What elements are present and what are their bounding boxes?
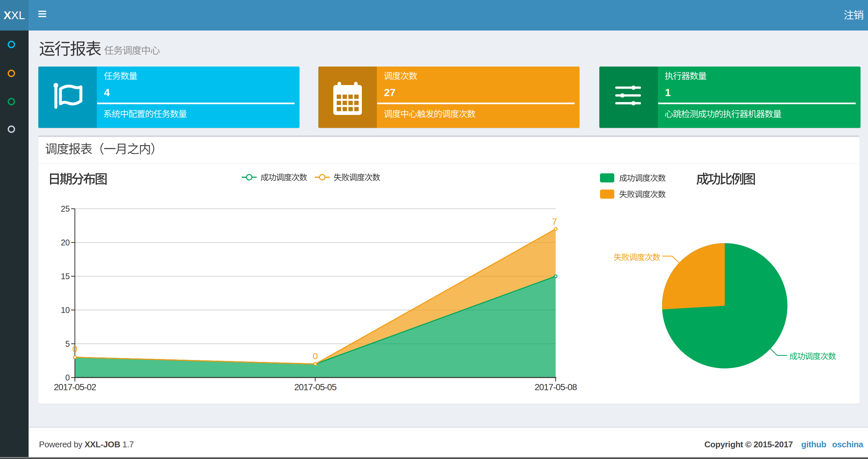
- svg-text:0: 0: [65, 373, 70, 382]
- svg-text:20: 20: [61, 238, 70, 247]
- svg-text:2017-05-02: 2017-05-02: [54, 382, 96, 392]
- svg-text:2017-05-05: 2017-05-05: [294, 382, 337, 392]
- svg-text:7: 7: [552, 217, 557, 227]
- svg-text:4: 4: [104, 87, 110, 98]
- svg-text:1: 1: [665, 87, 671, 98]
- svg-text:5: 5: [65, 339, 70, 348]
- svg-text:10: 10: [61, 305, 70, 315]
- svg-text:25: 25: [61, 204, 70, 213]
- svg-text:2017-05-08: 2017-05-08: [535, 382, 577, 392]
- svg-text:0: 0: [313, 351, 318, 361]
- svg-text:0: 0: [72, 344, 78, 354]
- svg-text:15: 15: [61, 272, 70, 281]
- svg-text:27: 27: [384, 87, 396, 98]
